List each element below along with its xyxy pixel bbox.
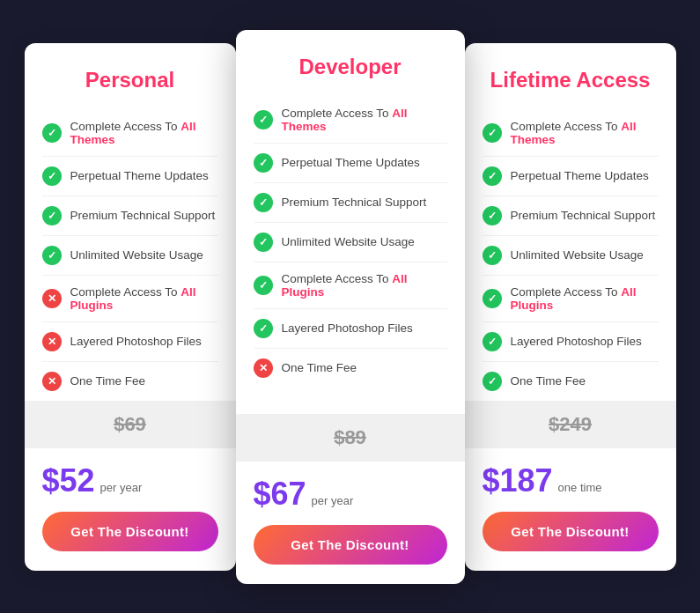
discount-button-lifetime[interactable]: Get The Discount! xyxy=(483,512,659,551)
feature-text: Premium Technical Support xyxy=(511,209,656,222)
list-item: ✓Complete Access To All Plugins xyxy=(254,262,447,309)
feature-text: Premium Technical Support xyxy=(282,196,427,209)
old-price-developer: $89 xyxy=(334,426,366,448)
check-icon: ✓ xyxy=(42,206,62,225)
check-icon: ✓ xyxy=(42,246,62,265)
features-list-lifetime: ✓Complete Access To All Themes✓Perpetual… xyxy=(465,110,676,401)
plan-title-developer: Developer xyxy=(254,55,447,79)
new-price-row-developer: $67per year xyxy=(254,476,354,513)
feature-text: Complete Access To All Themes xyxy=(70,120,218,146)
price-period-personal: per year xyxy=(100,481,143,494)
old-price-section-personal: $69 xyxy=(25,401,236,448)
feature-text: Perpetual Theme Updates xyxy=(282,156,420,169)
list-item: ✕One Time Fee xyxy=(254,349,447,388)
old-price-section-lifetime: $249 xyxy=(465,401,676,448)
feature-text: Unlimited Website Usage xyxy=(282,235,415,248)
check-icon: ✓ xyxy=(483,289,502,308)
price-period-lifetime: one time xyxy=(558,481,602,494)
discount-button-personal[interactable]: Get The Discount! xyxy=(42,512,218,551)
feature-text: One Time Fee xyxy=(282,361,357,374)
list-item: ✓Perpetual Theme Updates xyxy=(254,144,447,183)
card-header-personal: Personal xyxy=(25,43,236,110)
feature-text: One Time Fee xyxy=(70,374,146,388)
old-price-lifetime: $249 xyxy=(549,413,592,435)
list-item: ✓Complete Access To All Themes xyxy=(483,110,659,157)
card-header-lifetime: Lifetime Access xyxy=(465,43,676,110)
check-icon: ✓ xyxy=(483,123,502,143)
check-icon: ✓ xyxy=(254,153,273,173)
list-item: ✓Layered Photoshop Files xyxy=(254,309,447,349)
feature-text: Premium Technical Support xyxy=(70,209,216,222)
old-price-section-developer: $89 xyxy=(236,414,465,462)
discount-button-developer[interactable]: Get The Discount! xyxy=(254,525,447,565)
plan-title-lifetime: Lifetime Access xyxy=(483,68,659,92)
list-item: ✓Complete Access To All Plugins xyxy=(483,276,659,322)
price-period-developer: per year xyxy=(312,494,354,507)
feature-highlight: All Themes xyxy=(282,107,408,133)
pricing-card-personal: Personal✓Complete Access To All Themes✓P… xyxy=(25,43,236,571)
check-icon: ✓ xyxy=(42,123,62,143)
cross-icon: ✕ xyxy=(254,358,273,378)
feature-text: Complete Access To All Plugins xyxy=(70,285,218,312)
new-price-personal: $52 xyxy=(42,462,95,499)
feature-highlight: All Plugins xyxy=(70,285,196,312)
feature-text: Complete Access To All Plugins xyxy=(511,285,659,312)
feature-text: Complete Access To All Plugins xyxy=(282,272,447,299)
list-item: ✕Layered Photoshop Files xyxy=(42,322,218,362)
pricing-bottom-personal: $52per yearGet The Discount! xyxy=(25,448,236,571)
feature-text: Complete Access To All Themes xyxy=(282,107,447,133)
feature-text: Perpetual Theme Updates xyxy=(70,169,209,182)
cross-icon: ✕ xyxy=(42,289,62,308)
feature-highlight: All Plugins xyxy=(511,285,637,312)
check-icon: ✓ xyxy=(254,233,273,252)
old-price-personal: $69 xyxy=(114,413,146,435)
check-icon: ✓ xyxy=(254,193,273,212)
new-price-row-lifetime: $187one time xyxy=(483,462,602,499)
feature-text: One Time Fee xyxy=(511,374,586,388)
list-item: ✓Complete Access To All Themes xyxy=(254,97,447,144)
pricing-card-lifetime: Lifetime Access✓Complete Access To All T… xyxy=(465,43,676,571)
list-item: ✓Premium Technical Support xyxy=(254,183,447,223)
card-header-developer: Developer xyxy=(236,30,465,97)
check-icon: ✓ xyxy=(483,332,502,351)
feature-text: Layered Photoshop Files xyxy=(511,335,642,348)
list-item: ✓Perpetual Theme Updates xyxy=(42,157,218,196)
list-item: ✓Unlimited Website Usage xyxy=(483,236,659,276)
pricing-bottom-developer: $67per yearGet The Discount! xyxy=(236,462,465,584)
list-item: ✓Unlimited Website Usage xyxy=(42,236,218,276)
list-item: ✓Layered Photoshop Files xyxy=(483,322,659,362)
pricing-container: Personal✓Complete Access To All Themes✓P… xyxy=(11,26,689,588)
list-item: ✓Premium Technical Support xyxy=(483,196,659,236)
feature-highlight: All Themes xyxy=(70,120,196,146)
list-item: ✓Complete Access To All Themes xyxy=(42,110,218,157)
pricing-bottom-lifetime: $187one timeGet The Discount! xyxy=(465,448,676,571)
new-price-developer: $67 xyxy=(254,476,306,513)
check-icon: ✓ xyxy=(483,206,502,225)
new-price-row-personal: $52per year xyxy=(42,462,143,499)
feature-text: Complete Access To All Themes xyxy=(511,120,659,146)
check-icon: ✓ xyxy=(483,246,502,265)
features-list-developer: ✓Complete Access To All Themes✓Perpetual… xyxy=(236,97,465,414)
feature-text: Unlimited Website Usage xyxy=(70,248,203,262)
feature-text: Layered Photoshop Files xyxy=(70,335,202,348)
check-icon: ✓ xyxy=(254,276,273,295)
check-icon: ✓ xyxy=(42,166,62,186)
feature-text: Unlimited Website Usage xyxy=(511,248,644,262)
feature-highlight: All Themes xyxy=(511,120,637,146)
plan-title-personal: Personal xyxy=(42,68,218,92)
feature-highlight: All Plugins xyxy=(282,272,408,299)
features-list-personal: ✓Complete Access To All Themes✓Perpetual… xyxy=(25,110,236,401)
feature-text: Layered Photoshop Files xyxy=(282,321,413,335)
list-item: ✓Premium Technical Support xyxy=(42,196,218,236)
cross-icon: ✕ xyxy=(42,332,62,351)
list-item: ✕Complete Access To All Plugins xyxy=(42,276,218,322)
list-item: ✓Unlimited Website Usage xyxy=(254,223,447,262)
check-icon: ✓ xyxy=(483,372,502,391)
new-price-lifetime: $187 xyxy=(483,462,553,499)
feature-text: Perpetual Theme Updates xyxy=(511,169,649,182)
check-icon: ✓ xyxy=(254,319,273,338)
list-item: ✓Perpetual Theme Updates xyxy=(483,157,659,196)
check-icon: ✓ xyxy=(483,166,502,186)
cross-icon: ✕ xyxy=(42,372,62,391)
list-item: ✓One Time Fee xyxy=(483,362,659,401)
